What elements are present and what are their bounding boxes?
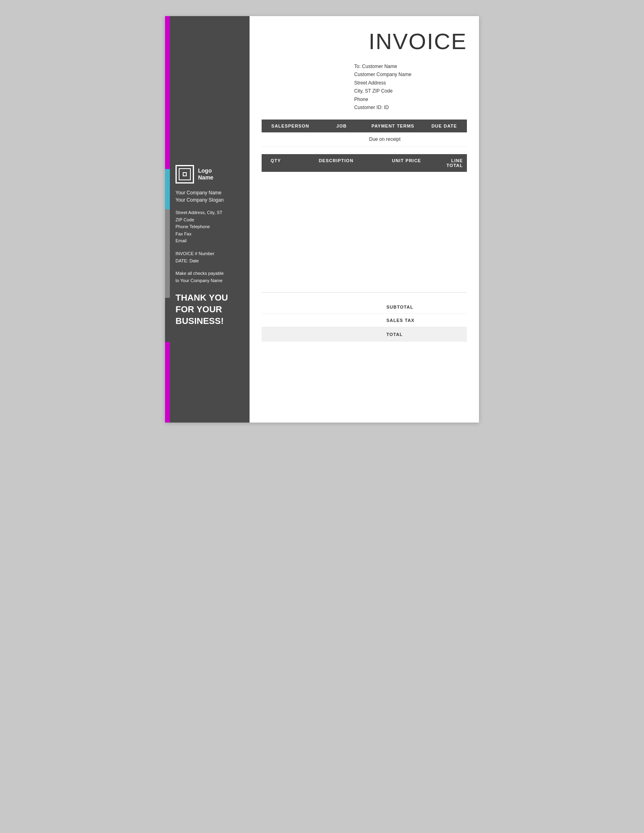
bill-to-city: City, ST ZIP Code xyxy=(354,87,467,95)
cell-job xyxy=(319,132,364,146)
sidebar-address: Street Address, City, ST ZIP Code Phone … xyxy=(175,209,242,245)
invoice-info: INVOICE # Number DATE: Date xyxy=(175,250,242,264)
accent-purple-top xyxy=(165,16,170,169)
checks-payable: Make all checks payable to Your Company … xyxy=(175,270,242,284)
header-due-date: DUE DATE xyxy=(421,120,467,132)
logo-icon-center xyxy=(183,172,187,176)
header-line-total: LINETOTAL xyxy=(431,154,467,172)
accent-purple-bottom xyxy=(165,342,170,423)
subtotal-row: SUBTOTAL xyxy=(262,301,467,314)
thank-you-message: THANK YOU FOR YOUR BUSINESS! xyxy=(175,292,242,327)
items-data-rows xyxy=(262,172,467,293)
sales-tax-label: SALES TAX xyxy=(386,318,435,323)
items-header-row: QTY DESCRIPTION UNIT PRICE LINETOTAL xyxy=(262,154,467,172)
subtotal-label: SUBTOTAL xyxy=(386,305,435,309)
main-content: INVOICE To: Customer Name Customer Compa… xyxy=(250,16,479,423)
bill-to-street: Street Address xyxy=(354,79,467,87)
invoice-page: Logo Name Your Company Name Your Company… xyxy=(165,16,479,423)
total-label: TOTAL xyxy=(386,332,435,337)
totals-section: SUBTOTAL SALES TAX TOTAL xyxy=(262,301,467,342)
header-qty: QTY xyxy=(262,154,290,172)
header-payment-terms: PAYMENT TERMS xyxy=(364,120,421,132)
bill-to-customer: To: Customer Name xyxy=(354,62,467,70)
sidebar: Logo Name Your Company Name Your Company… xyxy=(165,16,250,423)
logo-area: Logo Name xyxy=(175,165,242,184)
logo-icon xyxy=(175,165,194,184)
total-row: TOTAL xyxy=(262,327,467,342)
cell-payment-terms: Due on receipt xyxy=(364,132,421,146)
sidebar-content: Logo Name Your Company Name Your Company… xyxy=(165,157,250,423)
bill-to-id: Customer ID: ID xyxy=(354,103,467,111)
invoice-title: INVOICE xyxy=(262,28,467,54)
bill-to-company: Customer Company Name xyxy=(354,70,467,78)
header-salesperson: SALESPERSON xyxy=(262,120,319,132)
cell-due-date xyxy=(421,132,467,146)
header-description: DESCRIPTION xyxy=(290,154,382,172)
sales-tax-row: SALES TAX xyxy=(262,314,467,327)
sales-table-header: SALESPERSON JOB PAYMENT TERMS DUE DATE xyxy=(262,120,467,132)
logo-icon-inner xyxy=(179,168,191,180)
header-unit-price: UNIT PRICE xyxy=(382,154,431,172)
accent-gray-mid xyxy=(165,209,170,298)
header-job: JOB xyxy=(319,120,364,132)
company-name: Your Company Name Your Company Slogan xyxy=(175,189,242,204)
accent-blue-mid xyxy=(165,169,170,209)
sales-data-row: Due on receipt xyxy=(262,132,467,147)
bill-to-section: To: Customer Name Customer Company Name … xyxy=(354,62,467,111)
bill-to-phone: Phone xyxy=(354,95,467,103)
items-table: QTY DESCRIPTION UNIT PRICE LINETOTAL xyxy=(262,154,467,293)
cell-salesperson xyxy=(262,132,319,146)
sales-table: SALESPERSON JOB PAYMENT TERMS DUE DATE D… xyxy=(262,120,467,147)
logo-name: Logo Name xyxy=(198,167,213,181)
